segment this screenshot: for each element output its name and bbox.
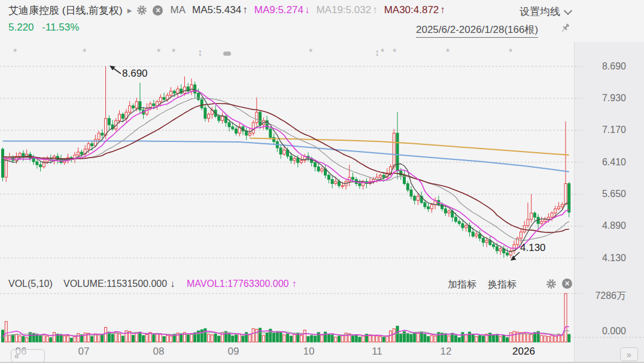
volume-bar: [503, 335, 505, 342]
candle: [509, 251, 512, 255]
pin-icon[interactable]: [560, 23, 572, 37]
candle: [166, 95, 169, 99]
volume-bar: [444, 334, 446, 342]
volume-bar: [46, 336, 48, 342]
event-marker-icon[interactable]: *: [172, 48, 175, 58]
candle: [121, 114, 124, 119]
event-marker-icon[interactable]: *: [13, 48, 17, 58]
candle: [461, 223, 464, 228]
volume-bar: [427, 337, 430, 342]
event-marker-icon[interactable]: *: [393, 48, 396, 58]
add-indicator-button[interactable]: 加指标: [448, 279, 476, 291]
candle: [221, 116, 224, 120]
candle: [80, 152, 83, 155]
candle: [63, 161, 66, 163]
volume-bar: [166, 335, 169, 342]
candle: [414, 196, 416, 201]
volume-bar: [19, 336, 21, 342]
volume-bar: [36, 335, 38, 342]
candle: [235, 129, 237, 133]
volume-bar: [475, 337, 478, 342]
candle: [36, 162, 38, 165]
ma9-value: MA9:5.274↓: [254, 4, 310, 16]
event-marker-icon[interactable]: [223, 52, 231, 56]
volume-bar: [287, 334, 289, 342]
candle: [145, 108, 148, 114]
volume-bar: [300, 335, 302, 342]
volume-bar: [173, 334, 175, 342]
scroll-left-button[interactable]: «: [11, 349, 45, 362]
volume-bar: [341, 336, 344, 342]
volume-bar: [87, 333, 90, 342]
candle: [441, 205, 443, 209]
candle: [74, 155, 76, 159]
volume-bar: [324, 332, 327, 342]
volume-bar: [149, 332, 151, 342]
volume-bar: [348, 334, 351, 342]
candle: [29, 154, 31, 158]
candle: [170, 91, 172, 95]
chart-header: 艾迪康控股 (日线,前复权) ▶ × MA MA5:5.434↑ MA9:5.2…: [8, 4, 445, 17]
time-axis-label: 09: [228, 346, 239, 358]
mavol-line: [3, 326, 569, 337]
annotation-high: 8.690: [122, 68, 148, 80]
event-marker-icon[interactable]: *: [381, 48, 384, 58]
volume-bar: [406, 334, 409, 342]
candle: [297, 158, 299, 162]
candle: [273, 137, 275, 141]
vol-close-icon[interactable]: ×: [562, 279, 572, 289]
play-icon[interactable]: ▶: [127, 7, 132, 14]
volume-bar: [506, 338, 509, 342]
close-icon[interactable]: ×: [153, 5, 163, 16]
volume-bar: [142, 335, 145, 342]
candle: [108, 119, 110, 125]
volume-bar: [482, 336, 484, 342]
volume-bar: [194, 332, 196, 342]
volume-bar: [390, 331, 392, 342]
stock-title[interactable]: 艾迪康控股 (日线,前复权): [8, 4, 123, 17]
event-marker-icon[interactable]: ↕: [375, 48, 379, 58]
candle: [276, 141, 278, 148]
volume-bar: [121, 336, 124, 342]
gear-icon[interactable]: [136, 5, 147, 16]
chevron-down-icon: [564, 6, 572, 14]
candle: [355, 179, 357, 183]
volume-bar: [280, 332, 282, 342]
candle: [533, 213, 536, 217]
event-marker-icon[interactable]: *: [157, 48, 160, 58]
volume-bar: [317, 332, 320, 342]
volume-bar: [135, 332, 138, 342]
event-marker-icon[interactable]: *: [309, 48, 312, 58]
vol-gear-icon[interactable]: [546, 279, 557, 289]
event-marker-icon[interactable]: *: [446, 48, 449, 58]
candle: [303, 156, 306, 161]
price-change: -11.53%: [42, 22, 79, 33]
volume-bar: [235, 335, 237, 342]
date-range-button[interactable]: 2025/6/2-2026/1/28(166根): [416, 23, 538, 38]
ma-settings-button[interactable]: 设置均线: [520, 5, 571, 19]
candle: [317, 167, 320, 171]
candle: [149, 104, 151, 108]
vol-indicator-label[interactable]: VOL(5,10): [8, 279, 53, 289]
volume-bar: [417, 333, 419, 342]
candle: [530, 213, 533, 220]
ma-group-label[interactable]: MA: [170, 4, 186, 16]
candle: [290, 156, 292, 161]
scroll-right-button[interactable]: »: [620, 347, 638, 361]
volume-bar: [218, 336, 220, 342]
candle: [359, 184, 361, 186]
event-marker-icon[interactable]: *: [83, 48, 86, 58]
candle: [485, 240, 488, 243]
event-marker-icon[interactable]: ↕: [198, 48, 202, 58]
ma19-line: [3, 98, 569, 240]
candle: [66, 158, 69, 161]
candle: [403, 175, 405, 183]
volume-bar: [331, 335, 333, 342]
switch-indicator-button[interactable]: 换指标: [488, 279, 517, 291]
candle: [438, 201, 440, 205]
volume-bar: [307, 337, 309, 342]
volume-bar: [564, 294, 567, 342]
candlestick-chart[interactable]: [0, 0, 644, 363]
candle: [468, 226, 470, 232]
event-marker-icon[interactable]: *: [509, 48, 512, 58]
